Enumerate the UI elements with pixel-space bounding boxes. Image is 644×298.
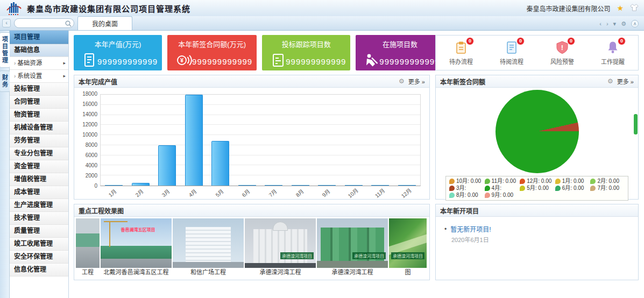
settings-menu-icon[interactable]: ⚙ [621,20,626,27]
sidebar-item-quality[interactable]: 质量管理 [10,225,68,238]
sidebar-item-cost[interactable]: 成本管理 [10,186,68,199]
pie-legend: 10月: 0.0011月: 0.0012月: 0.001月: 0.002月: 0… [445,176,628,201]
sidebar-item-funds[interactable]: 资金管理 [10,160,68,173]
reminder-count-badge: 0 [618,37,626,45]
card-value: 999999999999 [286,57,346,66]
photo-caption: 和信广场工程 [173,268,244,276]
tab-list-dropdown-icon[interactable]: ▾ [613,20,617,27]
search-icon[interactable] [65,19,72,29]
page-title: 秦皇岛市政建设集团有限公司项目管理系统 [27,3,190,14]
bar [398,185,416,186]
project-photo[interactable]: 承德滦河湾项目 承德滦河湾工程 [317,218,388,276]
legend-swatch [449,193,455,198]
bar [345,185,363,186]
bar [238,185,256,186]
project-photo[interactable]: 承德滦河湾项目 图 [389,218,427,276]
sidebar-item-production-progress[interactable]: 生产进度管理 [10,199,68,212]
project-photo[interactable]: 工程 [76,218,100,276]
scrollbar-thumb[interactable] [634,114,638,134]
bell-icon: 0 [606,40,620,56]
card-bid-tracking[interactable]: 投标跟踪项目数 999999999999 [262,35,350,70]
company-name-text: 秦皇岛市政建设集团有限公司 [526,4,610,13]
favorite-star-icon[interactable]: ★ [617,4,624,12]
app-root: 秦皇岛市政建设集团有限公司项目管理系统 秦皇岛市政建设集团有限公司 ★ ‹ 我的… [0,0,644,298]
notif-todo-flows[interactable]: 0 待办流程 [440,40,482,66]
tab-nav-left-icon[interactable]: ‹ [599,20,601,27]
project-photo[interactable]: 香邑澜湾五区项目 北戴河香邑澜湾五区工程 [101,218,172,276]
project-photo[interactable]: 和信广场工程 [173,218,244,276]
more-link[interactable]: 更多 » [408,77,425,86]
project-date: 2020年6月1日 [436,235,638,244]
tab-bar: ‹ 我的桌面 ‹ › ▾ ⚙ ∧ [0,16,644,31]
legend-item: 3月: [449,185,484,191]
more-link[interactable]: 更多 » [617,77,634,86]
read-count-badge: 0 [516,37,525,45]
photo-caption: 承德滦河湾工程 [317,268,388,276]
caret-icon: › [14,73,16,79]
bar [132,183,150,186]
legend-swatch [485,186,490,191]
y-tick-label: 4000 [86,163,97,168]
sidebar-item-safety[interactable]: 安全环保管理 [10,251,68,264]
legend-swatch [485,193,490,198]
photo-overlay-text: 承德滦河湾项目 [391,252,424,259]
submenu-arrow-icon: ▸ [63,70,66,82]
sidebar-item-machinery[interactable]: 机械设备管理 [10,122,68,134]
risk-count-badge: 0 [567,37,575,45]
notif-read-flows[interactable]: 0 待阅流程 [491,40,533,66]
sidebar-item-system-settings[interactable]: ›系统设置 ▸ [10,70,68,83]
legend-swatch [520,179,525,184]
panel-title: 本年完成产值 [79,77,117,86]
caret-icon: › [14,60,16,66]
project-photo[interactable]: 承德滦河湾项目 承德滦河湾工程 [245,218,316,276]
rail-tab-finance[interactable]: 财务 [0,70,10,92]
sidebar-item-informatization[interactable]: 信息化管理 [10,264,68,276]
sidebar-item-basic-info[interactable]: 基础信息 [10,44,68,57]
bar [211,141,229,186]
sidebar-item-bidding[interactable]: 投标管理 [10,83,68,96]
sidebar-item-basic-resources[interactable]: ›基础资源 ▸ [10,57,68,70]
no-new-projects-link[interactable]: 暂无新开项目! [450,224,491,233]
tabs-scroll-left-icon[interactable]: ‹ [2,19,11,27]
theme-skin-icon[interactable] [630,4,639,13]
legend-item: 8月: 0.00 [449,192,484,198]
card-new-contracts[interactable]: 本年新签合同额(万元) ¥ 999999999999 [167,35,257,70]
sidebar-group-header[interactable]: 项目管理 [10,31,68,44]
panel-settings-icon[interactable]: ⚙ [607,77,613,85]
bullet-icon: • [444,225,447,233]
card-annual-output[interactable]: 本年产值(万元) 999999999999 [74,35,162,70]
rail-tab-project-management[interactable]: 项目管理 [0,32,10,68]
legend-item: 11月: 0.00 [485,178,519,185]
panel-title: 重点工程效果图 [79,206,124,215]
svg-text:¥: ¥ [180,57,184,63]
notif-risk-warning[interactable]: ! 0 风险预警 [541,40,583,66]
sidebar-item-subcontract[interactable]: 专业分包管理 [10,147,68,160]
legend-item: 7月: 0.00 [590,185,625,191]
stat-cards: 本年产值(万元) 999999999999 [74,35,430,70]
main-content: 本年产值(万元) 999999999999 [69,31,644,298]
photo-overlay-text: 香邑澜湾五区项目 [119,226,157,233]
sidebar-item-vat[interactable]: 增值税管理 [10,173,68,186]
sidebar-item-materials[interactable]: 物资管理 [10,109,68,122]
legend-item: 12月: 0.00 [520,178,554,185]
sidebar-item-contract[interactable]: 合同管理 [10,96,68,109]
notif-work-reminder[interactable]: 0 工作提醒 [592,40,634,66]
todo-count-badge: 0 [466,37,474,45]
legend-item: 4月: [485,185,519,191]
sidebar-item-technology[interactable]: 技术管理 [10,212,68,225]
collapse-panel-icon[interactable]: ∧ [631,20,639,27]
sidebar-item-completion[interactable]: 竣工收尾管理 [10,238,68,251]
top-header: 秦皇岛市政建设集团有限公司项目管理系统 秦皇岛市政建设集团有限公司 ★ [0,0,644,16]
bar [292,185,309,186]
card-projects-in-progress[interactable]: 在施项目数 999999999999 [356,35,444,70]
legend-swatch [555,179,561,184]
legend-swatch [555,186,561,191]
legend-item: 9月: 0.00 [485,192,519,198]
tab-nav-right-icon[interactable]: › [606,20,608,27]
card-value: 999999999999 [97,57,158,66]
tab-my-desktop[interactable]: 我的桌面 [77,16,132,30]
panel-settings-icon[interactable]: ⚙ [399,77,405,85]
bar [185,95,203,186]
sidebar-item-labor[interactable]: 劳务管理 [10,134,68,147]
y-tick-label: 12000 [82,122,97,127]
